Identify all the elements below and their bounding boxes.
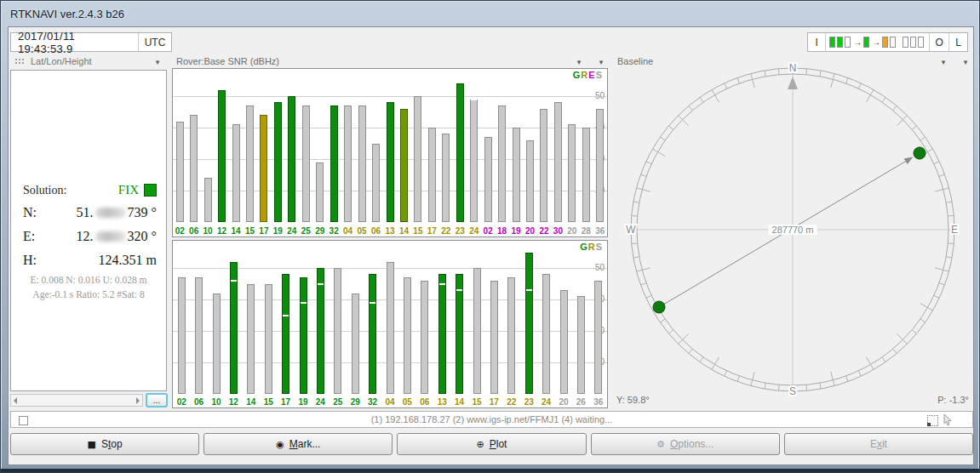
scroll-left-icon[interactable] — [14, 397, 17, 404]
snr-bar — [542, 274, 550, 394]
status-bar: (1) 192.168.178.27 (2) www.igs-ip.net/FF… — [10, 411, 973, 428]
compass-tick — [679, 116, 689, 126]
satellite-label: 06 — [186, 226, 200, 236]
satellite-label: 10 — [208, 397, 225, 407]
satellite-label: 02 — [173, 397, 190, 407]
compass-tick — [689, 349, 692, 353]
snr-bar — [317, 268, 324, 394]
coordinate-label: E: — [23, 229, 35, 244]
north-arrow-icon — [788, 77, 798, 89]
status-checkbox[interactable] — [19, 416, 28, 425]
rover-snr-chart: 20304050GRES0206101214151719242529320405… — [172, 68, 608, 237]
satellite-label: 02 — [173, 226, 186, 236]
satellite-label: 06 — [369, 226, 382, 236]
compass-tick — [920, 137, 926, 140]
snr-bar — [344, 105, 352, 222]
satellite-label: 19 — [509, 226, 523, 236]
satellite-label: 18 — [495, 226, 508, 236]
compass-tick — [689, 105, 692, 110]
input-streams-button[interactable]: I — [808, 33, 825, 51]
drag-handle-icon[interactable] — [14, 58, 26, 66]
compass-tick — [934, 162, 939, 164]
stop-button[interactable]: ■Stop — [10, 433, 199, 455]
satellite-label: 24 — [537, 397, 554, 407]
satellite-label: 29 — [347, 397, 364, 407]
satellite-label: 24 — [285, 226, 299, 236]
snr-bar — [387, 102, 394, 222]
compass-tick — [632, 243, 638, 244]
satellite-label: 22 — [439, 226, 453, 236]
snr-bar — [213, 293, 221, 394]
solution-scrollbar[interactable] — [10, 394, 143, 407]
compass-tick — [633, 257, 639, 258]
solution-status-row: Solution: FIX — [23, 183, 157, 197]
more-button[interactable]: ... — [146, 393, 168, 407]
compass-tick — [751, 73, 754, 87]
compass-tick — [912, 330, 916, 333]
satellite-label: 25 — [330, 397, 347, 407]
compass-tick — [893, 105, 897, 110]
solution-status: FIX — [118, 183, 139, 197]
compass-tick — [765, 71, 765, 77]
stream-indicator-off — [890, 37, 896, 48]
satellite-label: 26 — [572, 397, 589, 407]
base-snr-tick — [231, 280, 237, 282]
snr-bar — [372, 144, 380, 223]
output-streams-button[interactable]: O — [929, 33, 948, 51]
compass-tick — [640, 283, 646, 285]
compass-tick — [636, 188, 650, 191]
plot-button[interactable]: ⊕Plot — [397, 433, 586, 455]
legend-entry: G — [580, 242, 588, 252]
snr-panel-header: Rover:Base SNR (dBHz) ▾ ▾ — [171, 54, 609, 68]
compass-tick — [935, 268, 948, 271]
snr-bar — [334, 268, 341, 394]
satellite-label: 06 — [190, 397, 207, 407]
compass-tick — [882, 97, 885, 102]
chevron-down-icon[interactable]: ▾ — [573, 55, 585, 69]
satellite-label: 23 — [453, 226, 467, 236]
satellite-label: 19 — [271, 226, 284, 236]
stop-button-label: Stop — [101, 438, 123, 450]
tracking-grid-icon[interactable] — [927, 415, 938, 426]
snr-bar — [473, 268, 481, 394]
snr-bar — [490, 281, 498, 394]
snr-bar — [414, 96, 421, 222]
snr-bar — [358, 105, 366, 222]
compass-tick — [633, 202, 639, 202]
satellite-label: 15 — [468, 397, 485, 407]
yaw-readout: Y: 59.8° — [616, 395, 650, 405]
snr-bar — [421, 281, 428, 394]
time-display[interactable]: 2017/01/11 19:43:53.9 — [11, 33, 138, 51]
satellite-label: 12 — [225, 397, 242, 407]
options-button-label: Options... — [670, 438, 714, 450]
snr-bar — [577, 296, 585, 394]
compass-tick — [700, 357, 703, 362]
snr-bar — [484, 137, 492, 222]
legend-entry: S — [596, 242, 603, 252]
redacted-digits — [95, 231, 126, 242]
time-system-button[interactable]: UTC — [138, 33, 171, 51]
age-ratio-sat-line: Age:-0.1 s Ratio: 5.2 #Sat: 8 — [11, 289, 166, 299]
coordinate-value: 51.739° — [77, 205, 157, 220]
satellite-label: 14 — [229, 226, 243, 236]
log-streams-button[interactable]: L — [948, 33, 967, 51]
satellite-label: 12 — [215, 226, 228, 236]
stream-status-text: (1) 192.168.178.27 (2) www.igs-ip.net/FF… — [11, 414, 972, 425]
snr-bar — [330, 105, 338, 222]
chevron-down-icon[interactable]: ▾ — [595, 55, 607, 69]
snr-bar — [582, 128, 590, 222]
compass-tick — [934, 295, 939, 298]
solution-panel-header: Lat/Lon/Height ▾ — [10, 54, 167, 68]
mark-button[interactable]: ◉Mark... — [203, 433, 393, 455]
chevron-down-icon[interactable]: ▾ — [152, 55, 163, 69]
cardinal-label: W — [626, 224, 636, 236]
satellite-label: 14 — [450, 397, 467, 407]
base-snr-chart: 20304050GRS02061012141517192425293204050… — [172, 240, 608, 408]
scroll-right-icon[interactable] — [136, 397, 140, 404]
baseline-panel: Baseline ▾ ▾ NESW 287770 m Y: 59.8° P: -… — [612, 54, 973, 408]
satellite-label: 15 — [411, 226, 425, 236]
compass-tick — [646, 295, 651, 298]
coordinate-row: H:124.351m — [23, 253, 157, 268]
titlebar[interactable]: RTKNAVI ver.2.4.3 b26 — [3, 3, 977, 26]
redacted-digits — [95, 208, 126, 218]
